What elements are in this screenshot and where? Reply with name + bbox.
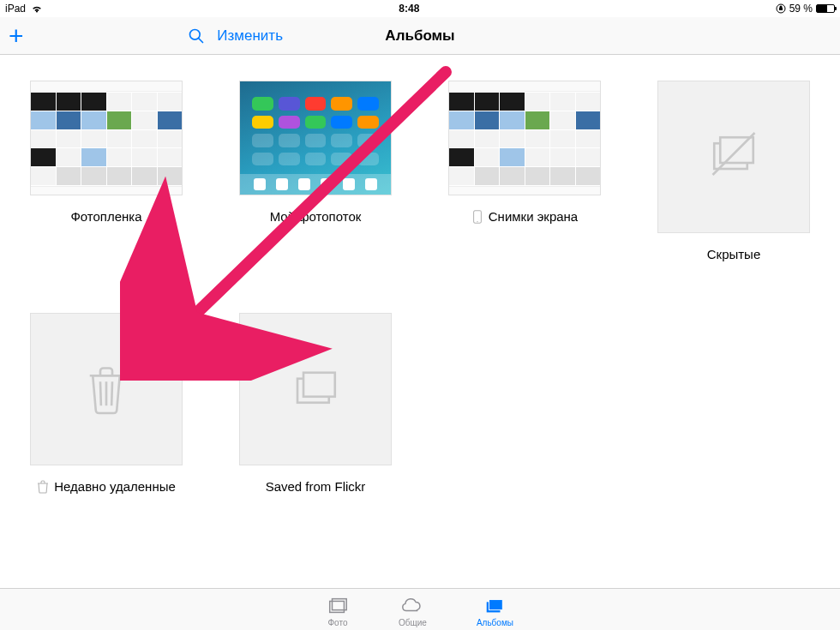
album-label: Мой фотопоток [270,209,362,224]
album-screenshots[interactable]: Снимки экрана [441,81,609,261]
orientation-lock-icon [776,3,786,14]
trash-icon [76,359,136,419]
album-thumbnail [30,81,183,195]
album-thumbnail [448,81,601,195]
tab-shared[interactable]: Общие [399,591,427,627]
album-label: Saved from Flickr [266,479,366,494]
svg-line-2 [199,38,203,42]
albums-grid-container: Фотопленка Мой фотопоток [0,55,840,588]
search-icon[interactable] [188,27,205,45]
svg-line-10 [111,381,112,405]
svg-line-8 [100,381,101,405]
tab-label: Общие [399,618,427,627]
edit-button[interactable]: Изменить [217,27,283,45]
album-camera-roll[interactable]: Фотопленка [22,81,190,261]
wifi-icon [31,4,43,13]
album-thumbnail [30,313,183,465]
add-button[interactable]: + [9,23,24,49]
photos-tab-icon [327,595,349,617]
album-thumbnail [239,81,392,195]
svg-rect-17 [489,600,503,610]
album-recently-deleted[interactable]: Недавно удаленные [22,313,190,494]
device-label: iPad [5,3,26,15]
album-hidden[interactable]: Скрытые [650,81,818,261]
svg-point-4 [477,220,477,221]
album-label: Снимки экрана [489,209,578,224]
album-label: Недавно удаленные [54,479,176,494]
album-thumbnail [239,313,392,465]
trash-icon [37,480,49,494]
tab-label: Альбомы [477,618,513,627]
tab-albums[interactable]: Альбомы [477,591,513,627]
svg-rect-12 [303,373,335,397]
device-icon [471,210,483,224]
album-label: Фотопленка [70,209,141,224]
album-photostream[interactable]: Мой фотопоток [231,81,399,261]
status-bar: iPad 8:48 59 % [0,0,840,17]
battery-icon [816,4,835,13]
tab-label: Фото [328,618,348,627]
albums-tab-icon [483,595,506,617]
shared-tab-icon [401,595,423,617]
battery-pct-text: 59 % [789,3,813,15]
nav-bar: + Альбомы Изменить [0,17,840,55]
stack-icon [285,359,345,419]
tab-bar: Фото Общие Альбомы [0,588,840,630]
tab-photos[interactable]: Фото [327,591,349,627]
album-thumbnail [657,81,810,233]
hidden-icon [704,127,764,187]
album-label: Скрытые [707,247,761,261]
clock: 8:48 [43,3,776,15]
album-saved-flickr[interactable]: Saved from Flickr [231,313,399,494]
